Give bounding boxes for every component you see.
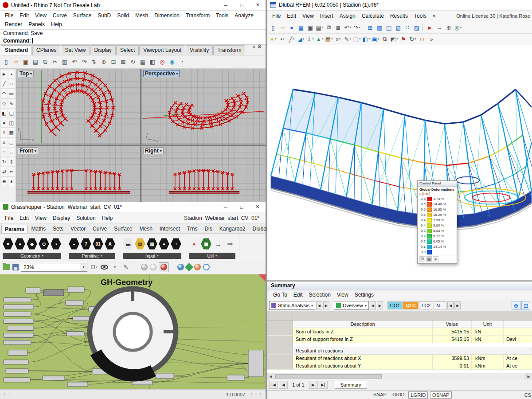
- sphere-tool-icon[interactable]: ●: [0, 118, 8, 128]
- move-tool-icon[interactable]: ↔: [8, 147, 16, 157]
- close-button[interactable]: ✕: [250, 0, 266, 10]
- numbering-icon[interactable]: ⊞: [366, 23, 375, 32]
- select-pointer-icon[interactable]: ►: [426, 23, 434, 32]
- rhino-menu-item[interactable]: SubD: [94, 11, 114, 20]
- rhino-tab[interactable]: CPlanes: [32, 45, 60, 55]
- measure-icon[interactable]: ↔: [435, 23, 444, 32]
- rhino-menu-item[interactable]: Dimension: [151, 11, 183, 20]
- preview-orange-icon[interactable]: [194, 264, 201, 270]
- grasshopper-titlebar[interactable]: Grasshopper - Stadion_Webinar_start_CV_0…: [0, 202, 266, 212]
- rsc-icon[interactable]: ▨: [412, 23, 421, 32]
- zoom-select[interactable]: 23% ▾: [21, 263, 87, 272]
- grasshopper-menu-item[interactable]: Help: [99, 214, 116, 223]
- undo-icon[interactable]: ↶: [70, 58, 79, 66]
- preview-off-icon[interactable]: [141, 264, 148, 270]
- rfem-menu-item[interactable]: File: [269, 12, 284, 20]
- polyline-tool-icon[interactable]: ╱: [0, 79, 8, 89]
- search-icon[interactable]: ⊙: [418, 35, 426, 43]
- rotate-view-icon[interactable]: ↻: [129, 58, 137, 66]
- viewport-front[interactable]: Front ▾: [16, 146, 140, 203]
- prev-case-button[interactable]: ◀: [447, 301, 454, 309]
- clipping-icon[interactable]: ▣: [371, 35, 380, 43]
- osnap-icon[interactable]: ◎: [158, 58, 167, 66]
- flatten-arrow-icon[interactable]: ⇒: [225, 238, 235, 250]
- rhino-menu-item[interactable]: Panels: [25, 20, 48, 29]
- pan-icon[interactable]: ⇅: [90, 58, 98, 66]
- named-view-icon[interactable]: ▦: [138, 58, 147, 66]
- button-icon[interactable]: ●: [159, 238, 169, 250]
- rhino-menu-item[interactable]: Analyze: [231, 11, 257, 20]
- print-icon[interactable]: ▤: [315, 23, 324, 32]
- trim-tool-icon[interactable]: ✂: [8, 167, 16, 176]
- loads-icon[interactable]: ⇓: [306, 35, 315, 43]
- rhino-tab[interactable]: Select: [116, 45, 139, 55]
- viewport-top[interactable]: yx Top ▾: [16, 69, 140, 145]
- mesh-tool-icon[interactable]: ▦: [8, 128, 16, 137]
- rhino-tab[interactable]: Display: [90, 45, 116, 55]
- mirror-tool-icon[interactable]: ⇄: [0, 167, 8, 176]
- preview-shaded-selected[interactable]: [159, 262, 168, 272]
- explode-tool-icon[interactable]: ∗: [8, 176, 16, 186]
- grasshopper-tab[interactable]: Params: [1, 225, 27, 233]
- cut-icon[interactable]: ✂: [51, 58, 59, 66]
- col-header-value[interactable]: Value: [433, 321, 472, 328]
- scrollbar-thumb[interactable]: [275, 374, 382, 379]
- copy-view-icon[interactable]: ⧉: [380, 35, 389, 43]
- view-cube-icon[interactable]: ◩: [390, 35, 399, 43]
- chevron-down-icon[interactable]: ▾: [160, 149, 162, 153]
- timer-icon[interactable]: ◔: [171, 238, 181, 250]
- mesh-icon[interactable]: ▦: [325, 35, 333, 43]
- grasshopper-tab[interactable]: Maths: [27, 224, 49, 233]
- printout-report-icon[interactable]: ▧: [394, 23, 403, 32]
- snap-toggle[interactable]: GRID: [391, 391, 407, 399]
- panel-icon[interactable]: ▤: [135, 238, 145, 250]
- rfem-menu-item[interactable]: Insert: [317, 12, 336, 20]
- grasshopper-menu-item[interactable]: Edit: [16, 214, 32, 223]
- zoom-in-icon[interactable]: ⊕: [99, 58, 108, 66]
- draw-line-icon[interactable]: ╱: [287, 35, 296, 43]
- gumball-icon[interactable]: ◉: [168, 58, 176, 66]
- param-integer-icon[interactable]: 7: [81, 238, 91, 250]
- draw-node-icon[interactable]: •: [278, 35, 287, 43]
- chevron-down-icon[interactable]: ▾: [110, 263, 119, 272]
- open-model-icon[interactable]: ▱: [278, 23, 287, 32]
- number-slider-icon[interactable]: ▬: [123, 238, 133, 250]
- history-icon[interactable]: ◔: [177, 58, 186, 66]
- load-case-chip[interactable]: CO1: [387, 301, 403, 309]
- open-file-icon[interactable]: ▱: [12, 58, 20, 66]
- new-file-icon[interactable]: ▯: [2, 58, 11, 66]
- copy-icon[interactable]: ⧉: [325, 23, 333, 32]
- summary-menu-item[interactable]: Settings: [352, 290, 377, 299]
- rfem-menu-item[interactable]: Assign: [336, 12, 359, 20]
- maximize-button[interactable]: □: [234, 0, 250, 10]
- rhino-menu-item[interactable]: Surface: [70, 11, 94, 20]
- legend-table-icon[interactable]: ▦: [426, 256, 432, 262]
- copy-icon[interactable]: ⧉: [41, 58, 50, 66]
- favorites-icon[interactable]: ∗: [269, 35, 278, 43]
- fillet-tool-icon[interactable]: ◡: [8, 137, 16, 147]
- preview-wire-icon[interactable]: [150, 264, 156, 270]
- cylinder-tool-icon[interactable]: ◫: [8, 118, 16, 128]
- zoom-dropdown-icon[interactable]: ▾: [80, 263, 87, 271]
- rhino-tab[interactable]: Visibility: [186, 45, 213, 55]
- minimize-button[interactable]: ─: [218, 0, 234, 10]
- redo-icon[interactable]: ↷: [80, 58, 89, 66]
- grasshopper-menu-item[interactable]: View: [32, 214, 50, 223]
- sections-icon[interactable]: ∷: [403, 23, 412, 32]
- display-mode-icon[interactable]: ◧: [148, 58, 157, 66]
- rhino-titlebar[interactable]: Untitled - Rhino 7 Not For Resale Lab ─ …: [0, 0, 266, 11]
- summary-sheet-tab[interactable]: Summary: [335, 381, 367, 389]
- prev-analysis-button[interactable]: ◀: [316, 301, 322, 309]
- canvas-compass[interactable]: [0, 274, 266, 389]
- prev-view-button[interactable]: ◀: [370, 301, 376, 309]
- rotate-tool-icon[interactable]: ↻: [0, 157, 8, 167]
- bim-cloud-icon[interactable]: ●: [287, 23, 296, 32]
- param-number-icon[interactable]: 01: [93, 238, 103, 250]
- grasshopper-canvas[interactable]: GH-Geometry: [0, 274, 266, 389]
- grasshopper-menu-item[interactable]: File: [2, 214, 16, 223]
- param-text-icon[interactable]: A: [105, 238, 115, 250]
- save-icon[interactable]: ▣: [306, 23, 315, 32]
- rhino-tab[interactable]: Standard: [1, 45, 32, 55]
- grasshopper-tab[interactable]: Curve: [89, 224, 110, 233]
- group-label-util[interactable]: Util: [189, 253, 235, 259]
